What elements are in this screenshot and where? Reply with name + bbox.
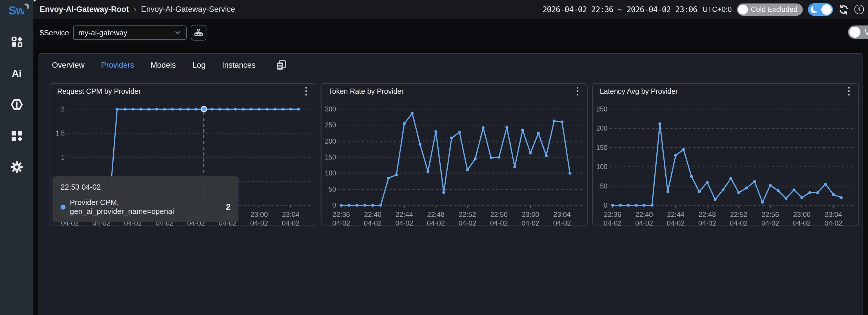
svg-text:23:00: 23:00 xyxy=(250,210,268,218)
sidebar-item-ai[interactable]: Ai ✦ xyxy=(9,66,24,80)
svg-text:300: 300 xyxy=(325,105,336,113)
cold-excluded-toggle[interactable]: Cold Excluded xyxy=(737,3,803,15)
line-chart[interactable]: 00.511.5222:3604-0222:4004-0222:4404-022… xyxy=(50,99,317,227)
svg-text:04-02: 04-02 xyxy=(667,219,684,227)
svg-text:04-02: 04-02 xyxy=(61,219,79,227)
tab-overview[interactable]: Overview xyxy=(52,61,85,70)
svg-text:22:48: 22:48 xyxy=(156,210,173,218)
topbar-controls: 2026-04-02 22:36 ~ 2026-04-02 23:06 UTC+… xyxy=(542,3,864,16)
breadcrumb-separator-icon: › xyxy=(134,4,136,14)
svg-text:04-02: 04-02 xyxy=(187,219,205,227)
app-logo[interactable]: Sw xyxy=(9,3,25,19)
svg-text:04-02: 04-02 xyxy=(699,219,716,227)
svg-text:22:36: 22:36 xyxy=(604,210,621,218)
refresh-icon xyxy=(838,4,849,15)
panel-latency-avg: Latency Avg by Provider 0501001502002502… xyxy=(592,83,859,226)
svg-text:22:52: 22:52 xyxy=(459,210,476,218)
svg-text:22:44: 22:44 xyxy=(124,210,142,218)
tab-log[interactable]: Log xyxy=(192,61,206,70)
svg-text:04-02: 04-02 xyxy=(92,219,110,227)
svg-text:23:00: 23:00 xyxy=(522,210,539,218)
svg-text:04-02: 04-02 xyxy=(282,219,300,227)
sidebar-item-components[interactable] xyxy=(9,35,24,49)
svg-text:22:36: 22:36 xyxy=(333,210,350,218)
svg-text:0: 0 xyxy=(332,202,336,209)
tab-bar: Overview Providers Models Log Instances xyxy=(39,54,862,77)
dashboard-card: Overview Providers Models Log Instances xyxy=(38,53,863,315)
components-icon xyxy=(10,35,24,49)
service-select[interactable]: my-ai-gateway xyxy=(73,26,187,40)
alert-hexagon-icon xyxy=(10,98,24,111)
svg-text:23:00: 23:00 xyxy=(793,210,811,218)
copy-dashboard-button[interactable] xyxy=(275,59,287,71)
timezone-label[interactable]: UTC+0:0 xyxy=(703,5,732,13)
variables-visibility-toggle[interactable]: V xyxy=(848,26,868,39)
svg-text:200: 200 xyxy=(325,138,336,145)
tab-providers[interactable]: Providers xyxy=(101,61,134,70)
add-widgets-icon xyxy=(10,129,24,143)
svg-text:22:40: 22:40 xyxy=(364,210,381,218)
breadcrumb-root[interactable]: Envoy-AI-Gateway-Root xyxy=(40,5,129,14)
svg-text:0: 0 xyxy=(61,202,65,209)
line-chart[interactable]: 05010015020025022:3604-0222:4004-0222:44… xyxy=(593,99,860,227)
svg-text:22:56: 22:56 xyxy=(490,210,508,218)
refresh-button[interactable] xyxy=(838,4,849,15)
panel-menu-button[interactable] xyxy=(304,85,309,97)
svg-text:2: 2 xyxy=(61,105,65,113)
svg-text:04-02: 04-02 xyxy=(459,219,476,227)
info-button[interactable]: i xyxy=(855,5,864,14)
line-chart[interactable]: 05010015020025030022:3604-0222:4004-0222… xyxy=(321,99,588,227)
sidebar-item-add-widgets[interactable] xyxy=(9,129,24,143)
panel-header: Request CPM by Provider xyxy=(50,84,316,99)
sidebar-item-alerts[interactable] xyxy=(9,97,24,112)
main-area: Envoy-AI-Gateway-Root › Envoy-AI-Gateway… xyxy=(33,0,868,315)
svg-text:22:36: 22:36 xyxy=(61,210,79,218)
ai-icon: Ai xyxy=(12,68,22,79)
chart-area[interactable]: 05010015020025022:3604-0222:4004-0222:44… xyxy=(593,99,859,227)
panel-menu-button[interactable] xyxy=(846,85,851,97)
svg-text:0: 0 xyxy=(603,202,608,209)
svg-text:22:48: 22:48 xyxy=(699,210,716,218)
panel-header: Token Rate by Provider xyxy=(321,84,587,99)
copy-icon xyxy=(275,59,287,71)
chart-area[interactable]: 05010015020025030022:3604-0222:4004-0222… xyxy=(321,99,587,227)
sidebar-nav: Ai ✦ xyxy=(9,35,24,174)
dark-mode-toggle[interactable] xyxy=(808,3,833,16)
sitemap-icon xyxy=(194,28,203,37)
svg-text:22:40: 22:40 xyxy=(636,210,653,218)
svg-text:04-02: 04-02 xyxy=(761,219,779,227)
chart-area[interactable]: 00.511.5222:3604-0222:4004-0222:4404-022… xyxy=(50,99,316,227)
time-range-picker[interactable]: 2026-04-02 22:36 ~ 2026-04-02 23:06 xyxy=(542,5,697,14)
svg-text:04-02: 04-02 xyxy=(250,219,268,227)
svg-text:04-02: 04-02 xyxy=(603,219,621,227)
logo-swoosh-icon xyxy=(24,3,29,9)
breadcrumb-current[interactable]: Envoy-AI-Gateway-Service xyxy=(141,5,235,14)
svg-text:22:52: 22:52 xyxy=(187,210,205,218)
panel-title: Latency Avg by Provider xyxy=(600,87,678,96)
tab-models[interactable]: Models xyxy=(151,61,176,70)
dashboard-page: { "theme": { "page_bg": "#0a0b0d", "side… xyxy=(0,0,868,315)
panels-row: Request CPM by Provider 00.511.5222:3604… xyxy=(39,77,862,226)
toggle-knob xyxy=(821,4,832,15)
svg-text:22:44: 22:44 xyxy=(667,210,684,218)
svg-text:22:40: 22:40 xyxy=(93,210,110,218)
svg-text:04-02: 04-02 xyxy=(522,219,539,227)
svg-text:22:48: 22:48 xyxy=(427,210,444,218)
svg-text:1: 1 xyxy=(61,153,65,161)
topology-button[interactable] xyxy=(191,25,207,40)
sidebar-item-settings[interactable] xyxy=(9,160,24,174)
toggle-knob xyxy=(738,5,748,14)
content-area: Overview Providers Models Log Instances xyxy=(33,46,868,315)
svg-text:04-02: 04-02 xyxy=(825,219,842,227)
svg-text:04-02: 04-02 xyxy=(364,219,381,227)
svg-text:04-02: 04-02 xyxy=(156,219,174,227)
breadcrumb: Envoy-AI-Gateway-Root › Envoy-AI-Gateway… xyxy=(40,5,235,14)
tab-instances[interactable]: Instances xyxy=(222,61,256,70)
sidebar: Sw Ai ✦ xyxy=(0,0,33,315)
ai-spark-icon: ✦ xyxy=(32,0,37,3)
topbar: Envoy-AI-Gateway-Root › Envoy-AI-Gateway… xyxy=(33,0,868,19)
panel-menu-button[interactable] xyxy=(575,85,580,97)
svg-text:50: 50 xyxy=(600,182,608,190)
svg-text:50: 50 xyxy=(329,185,336,193)
svg-text:04-02: 04-02 xyxy=(553,219,571,227)
